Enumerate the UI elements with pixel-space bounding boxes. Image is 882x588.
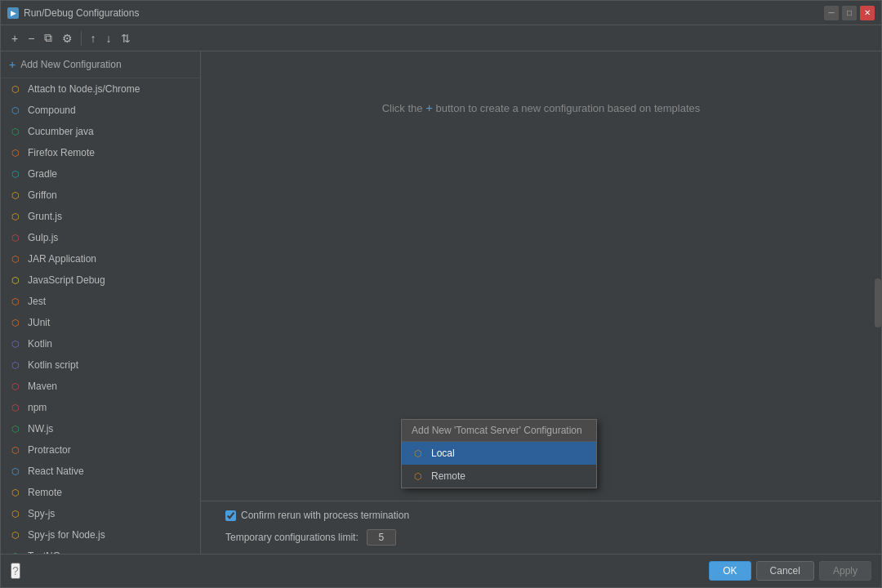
dialog-footer: ? OK Cancel Apply — [1, 554, 881, 587]
gulp-icon: ⬡ — [9, 231, 22, 244]
jest-icon: ⬡ — [9, 295, 22, 308]
close-button[interactable]: ✕ — [860, 6, 875, 20]
toolbar: + − ⧉ ⚙ ↑ ↓ ⇅ — [1, 25, 881, 51]
sidebar-item-label: Attach to Node.js/Chrome — [28, 83, 140, 95]
move-up-button[interactable]: ↑ — [86, 29, 100, 47]
sidebar-item-remote[interactable]: ⬡ Remote — [1, 482, 200, 503]
sidebar-item-jsdebug[interactable]: ⬡ JavaScript Debug — [1, 270, 200, 291]
sidebar-item-spy-js-node[interactable]: ⬡ Spy-js for Node.js — [1, 524, 200, 546]
sidebar-item-kotlin[interactable]: ⬡ Kotlin — [1, 333, 200, 354]
sort-button[interactable]: ⇅ — [117, 29, 135, 47]
tomcat-context-menu: Add New 'Tomcat Server' Configuration ⬡ … — [401, 419, 597, 488]
context-menu-header: Add New 'Tomcat Server' Configuration — [402, 420, 596, 442]
add-config-button[interactable]: + — [7, 29, 22, 47]
maven-icon: ⬡ — [9, 380, 22, 393]
ok-button[interactable]: OK — [709, 561, 751, 581]
sidebar-item-label: JavaScript Debug — [28, 274, 105, 286]
sidebar-item-label: Gradle — [28, 168, 57, 180]
kotlin-icon: ⬡ — [9, 337, 22, 350]
testng-icon: ⬡ — [9, 550, 22, 554]
context-menu-remote[interactable]: ⬡ Remote — [402, 465, 596, 488]
toolbar-separator — [81, 31, 82, 46]
cucumber-icon: ⬡ — [9, 125, 22, 138]
spy-js-node-icon: ⬡ — [9, 528, 22, 541]
local-icon: ⬡ — [412, 447, 425, 460]
remote-icon: ⬡ — [9, 486, 22, 499]
titlebar: ▶ Run/Debug Configurations ─ □ ✕ — [1, 1, 881, 25]
sidebar-item-label: Maven — [28, 381, 57, 392]
sidebar-item-label: Firefox Remote — [28, 147, 95, 158]
sidebar-item-spy-js[interactable]: ⬡ Spy-js — [1, 503, 200, 524]
sidebar-item-grunt[interactable]: ⬡ Grunt.js — [1, 206, 200, 227]
sidebar-item-label: React Native — [28, 466, 84, 477]
sidebar-item-gulp[interactable]: ⬡ Gulp.js — [1, 227, 200, 248]
junit-icon: ⬡ — [9, 316, 22, 329]
config-limit-input[interactable] — [367, 529, 396, 546]
settings-button[interactable]: ⚙ — [58, 29, 77, 47]
sidebar-item-griffon[interactable]: ⬡ Griffon — [1, 185, 200, 206]
npm-icon: ⬡ — [9, 401, 22, 414]
remove-config-button[interactable]: − — [24, 29, 38, 47]
react-native-icon: ⬡ — [9, 465, 22, 478]
jsdebug-icon: ⬡ — [9, 274, 22, 287]
sidebar-item-label: Griffon — [28, 189, 57, 201]
apply-button[interactable]: Apply — [819, 561, 871, 581]
add-new-configuration-item[interactable]: + Add New Configuration — [1, 51, 200, 78]
sidebar-item-label: Compound — [28, 105, 76, 116]
nwjs-icon: ⬡ — [9, 422, 22, 435]
sidebar-item-compound[interactable]: ⬡ Compound — [1, 100, 200, 121]
context-menu-local[interactable]: ⬡ Local — [402, 442, 596, 465]
sidebar-item-label: NW.js — [28, 423, 53, 434]
minimize-button[interactable]: ─ — [824, 6, 839, 20]
add-new-label: Add New Configuration — [20, 59, 121, 70]
kotlin-script-icon: ⬡ — [9, 359, 22, 372]
move-down-button[interactable]: ↓ — [101, 29, 115, 47]
sidebar-item-label: JUnit — [28, 317, 50, 328]
remote-ctx-icon: ⬡ — [412, 470, 425, 483]
sidebar-item-nwjs[interactable]: ⬡ NW.js — [1, 418, 200, 439]
config-limit-row: Temporary configurations limit: — [217, 529, 865, 546]
content-area: + Add New Configuration ⬡ Attach to Node… — [1, 51, 881, 554]
main-panel: Click the + button to create a new confi… — [201, 51, 881, 554]
rerun-checkbox-row: Confirm rerun with process termination — [217, 510, 865, 521]
sidebar-item-label: Kotlin — [28, 338, 52, 350]
sidebar-item-attach[interactable]: ⬡ Attach to Node.js/Chrome — [1, 78, 200, 100]
griffon-icon: ⬡ — [9, 189, 22, 202]
spy-js-icon: ⬡ — [9, 507, 22, 520]
firefox-icon: ⬡ — [9, 146, 22, 159]
jar-icon: ⬡ — [9, 252, 22, 265]
cancel-button[interactable]: Cancel — [756, 561, 814, 581]
sidebar-item-jest[interactable]: ⬡ Jest — [1, 291, 200, 312]
sidebar-item-kotlin-script[interactable]: ⬡ Kotlin script — [1, 354, 200, 376]
sidebar-item-firefox[interactable]: ⬡ Firefox Remote — [1, 142, 200, 163]
rerun-checkbox[interactable] — [225, 510, 236, 521]
sidebar-item-label: JAR Application — [28, 253, 96, 265]
scroll-indicator — [875, 278, 881, 327]
sidebar-item-junit[interactable]: ⬡ JUnit — [1, 312, 200, 333]
add-icon: + — [9, 58, 16, 71]
maximize-button[interactable]: □ — [842, 6, 857, 20]
sidebar-item-label: Grunt.js — [28, 211, 62, 222]
sidebar-item-gradle[interactable]: ⬡ Gradle — [1, 163, 200, 185]
attach-icon: ⬡ — [9, 82, 22, 96]
sidebar: + Add New Configuration ⬡ Attach to Node… — [1, 51, 201, 554]
compound-icon: ⬡ — [9, 104, 22, 117]
sidebar-item-label: npm — [28, 402, 47, 413]
sidebar-item-label: Cucumber java — [28, 126, 94, 137]
sidebar-item-label: Protractor — [28, 444, 71, 456]
sidebar-item-testng[interactable]: ⬡ TestNG — [1, 546, 200, 554]
sidebar-item-protractor[interactable]: ⬡ Protractor — [1, 439, 200, 461]
window-icon: ▶ — [7, 7, 19, 19]
help-button[interactable]: ? — [11, 563, 20, 579]
copy-config-button[interactable]: ⧉ — [40, 29, 56, 47]
rerun-label: Confirm rerun with process termination — [241, 510, 409, 521]
sidebar-item-label: Spy-js — [28, 508, 55, 519]
sidebar-item-npm[interactable]: ⬡ npm — [1, 397, 200, 418]
sidebar-item-maven[interactable]: ⬡ Maven — [1, 376, 200, 397]
sidebar-item-jar[interactable]: ⬡ JAR Application — [1, 248, 200, 270]
context-menu-remote-label: Remote — [431, 470, 466, 482]
window-title: Run/Debug Configurations — [24, 7, 139, 19]
sidebar-item-cucumber[interactable]: ⬡ Cucumber java — [1, 121, 200, 142]
sidebar-item-react-native[interactable]: ⬡ React Native — [1, 461, 200, 482]
context-menu-local-label: Local — [431, 448, 455, 459]
